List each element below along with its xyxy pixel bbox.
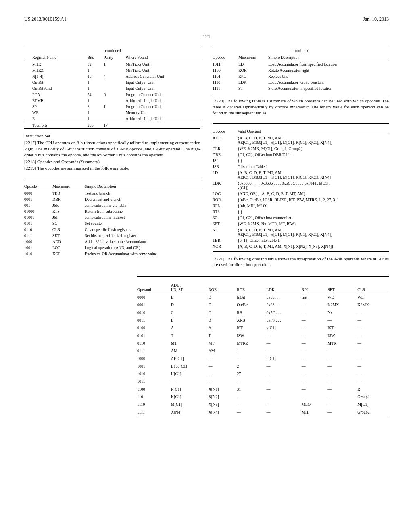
cell: 4 — [104, 73, 126, 79]
table-row: 0101SCSet counter — [24, 220, 200, 227]
cell: LDK — [238, 79, 268, 85]
table-row: MTR321MinTicks Unit — [24, 61, 200, 68]
cell: LDK — [213, 180, 238, 191]
table-row: 0101TTISW——ISW— — [137, 332, 389, 339]
cell: A — [209, 324, 237, 332]
cell: — — [266, 385, 301, 393]
table-row: 0110MTMTMTRZ——MTR— — [137, 339, 389, 347]
table-row: Z1Arithmetic Logic Unit — [24, 116, 200, 122]
cell: MHI — [302, 408, 327, 416]
table-row: SC{C1, C2}, Offset into counter list — [213, 215, 389, 221]
cell: 0001 — [137, 301, 171, 309]
cell: XRB — [237, 316, 266, 324]
cell: DBR — [52, 196, 85, 202]
table-row: LD{A, B, C, D, E, T, MT, AM, AE[C1], B16… — [213, 170, 389, 180]
table-row: PCA546Program Counter Unit — [24, 91, 200, 98]
paragraph: [2217] The CPU operates on 8-bit instruc… — [24, 140, 200, 158]
cell: — — [302, 332, 327, 339]
cell: — — [357, 316, 389, 324]
cell: — — [237, 401, 266, 408]
cell: — — [302, 301, 327, 309]
cell: AM — [171, 347, 209, 355]
cell: 0111 — [137, 347, 171, 355]
cell: Jump subroutine indirect — [85, 214, 200, 220]
cell: SC — [52, 220, 85, 227]
cell: 27 — [237, 370, 266, 378]
table-row: 1101RPLReplace bits — [213, 73, 389, 79]
cell: RTS — [213, 209, 238, 215]
cell: Group1 — [357, 393, 389, 401]
cell: MT — [209, 339, 237, 347]
cell: — — [327, 362, 357, 370]
table-row: N[1-4]164Address Generator Unit — [24, 73, 200, 79]
table-row: 0100AAISTy[C1]—IST— — [137, 324, 389, 332]
cell: 0111 — [24, 233, 52, 239]
table-row: 0000EEInBit0x00 . . .InitWEWE — [137, 293, 389, 301]
table-row: TBR{0, 1}, Offset into Table 1 — [213, 237, 389, 243]
cell: {A, B, C, D, E, T, MT, AM, AE[C1], B160[… — [238, 227, 389, 237]
cell: MLO — [302, 401, 327, 408]
cell — [104, 67, 126, 73]
cell: JSR — [52, 202, 85, 208]
col-header: Where Found — [126, 54, 200, 61]
paragraph: [2220] The following table is a summary … — [213, 98, 389, 116]
cell: C — [209, 309, 237, 316]
cell: 2 — [237, 362, 266, 370]
cell: Memory Unit — [126, 110, 200, 116]
cell: Group2 — [357, 408, 389, 416]
cell: 1 — [88, 98, 104, 104]
cell: 1 — [88, 116, 104, 122]
cell: Add a 32 bit value to the Accumulator — [85, 239, 200, 245]
valid-operand-table: Opcode Valid Operand ADD{A, B, C, D, E, … — [213, 123, 389, 252]
cell: AM — [209, 347, 237, 355]
cell: 1101 — [137, 393, 171, 401]
cell: — — [357, 347, 389, 355]
cell: 1001 — [24, 245, 52, 251]
cell: 1 — [88, 85, 104, 91]
cell: RTS — [52, 208, 85, 214]
col-header: Valid Operand — [238, 128, 389, 135]
cell: C — [171, 309, 209, 316]
cell: MinTicks Unit — [126, 67, 200, 73]
table-row: 001JSRJump subroutine via table — [24, 202, 200, 208]
cell: PCA — [24, 91, 88, 98]
cell: — — [327, 393, 357, 401]
cell: Rotate Accumulator right — [268, 67, 389, 73]
cell: R — [357, 385, 389, 393]
cell: T — [209, 332, 237, 339]
cell: InBit — [237, 293, 266, 301]
cell: SC — [213, 215, 238, 221]
cell: Program Counter Unit — [126, 104, 200, 110]
register-table: -continued Register Name Bits Parity Whe… — [24, 48, 200, 129]
col-header: Opcode — [24, 183, 52, 190]
cell: 0x00 . . . — [266, 293, 301, 301]
cell: MTRZ — [24, 67, 88, 73]
cell: ST — [238, 85, 268, 91]
cell: Load Accumulator with a constant — [268, 79, 389, 85]
cell: — — [357, 309, 389, 316]
table-row: 0111SETSet bits in specific flash regist… — [24, 233, 200, 239]
cell: — — [237, 355, 266, 362]
col-header: Parity — [104, 54, 126, 61]
cell: K2MX — [357, 301, 389, 309]
cell: IST — [327, 324, 357, 332]
cell: JSI — [52, 214, 85, 220]
page-number: 121 — [24, 33, 389, 40]
table-row: 1110M[C1]X[N3]——MLO—M[C1] — [137, 401, 389, 408]
cell — [104, 110, 126, 116]
cell: 1100 — [137, 385, 171, 393]
cell: LD — [213, 170, 238, 180]
cell: B — [171, 316, 209, 324]
cell: RPL — [213, 203, 238, 209]
cell: Decrement and branch — [85, 196, 200, 202]
cell: — — [302, 362, 327, 370]
cell: 1010 — [137, 370, 171, 378]
cell: 1000 — [24, 239, 52, 245]
cell: — — [302, 324, 327, 332]
operand-interpretation-table: OperandADD, LD, STXORRORLDKRPLSETCLR 000… — [137, 276, 389, 418]
table-row: 0110CLRClear specific flash registers — [24, 227, 200, 233]
cell: 0000 — [24, 190, 52, 197]
cell: — — [357, 378, 389, 385]
col-header: Opcode — [213, 54, 238, 61]
cell: 0001 — [24, 196, 52, 202]
